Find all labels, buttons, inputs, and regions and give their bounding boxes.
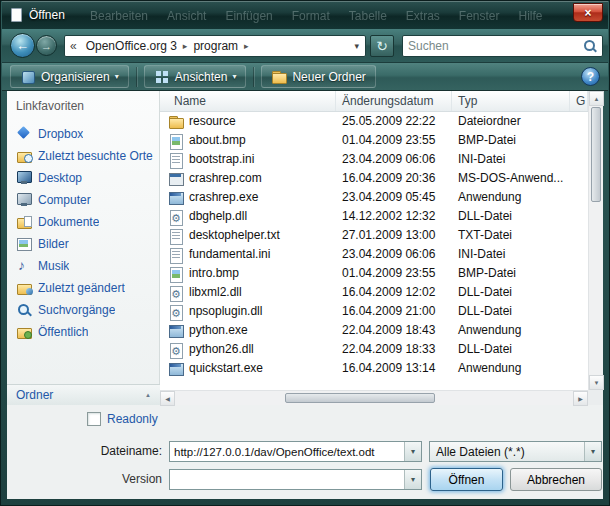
cancel-button[interactable]: Abbrechen	[510, 468, 602, 491]
forward-button[interactable]: →	[36, 35, 57, 56]
readonly-checkbox[interactable]	[87, 412, 101, 426]
readonly-row: Readonly	[87, 412, 158, 426]
breadcrumb[interactable]: « OpenOffice.org 3▸program▸ ▾	[64, 35, 366, 57]
file-row[interactable]: crashrep.exe 23.04.2009 05:45 Anwendung	[160, 188, 588, 207]
sidebar-item-label: Bilder	[38, 237, 69, 251]
breadcrumb-separator-icon[interactable]: ▸	[242, 41, 251, 51]
bmp-file-icon	[168, 133, 184, 149]
sidebar-item[interactable]: Dropbox	[7, 123, 159, 145]
sidebar-item-label: Dokumente	[38, 215, 99, 229]
dll-file-icon	[168, 285, 184, 301]
horizontal-scrollbar[interactable]: ◀ ▶	[160, 390, 588, 405]
vertical-scroll-thumb[interactable]	[591, 107, 601, 202]
filetype-combo[interactable]: Alle Dateien (*.*) ▾	[429, 441, 602, 462]
close-button[interactable]: ×	[573, 3, 603, 22]
column-header-date[interactable]: Änderungsdatum	[336, 91, 452, 111]
address-dropdown-icon[interactable]: ▾	[348, 41, 365, 51]
file-row[interactable]: python.exe 22.04.2009 18:43 Anwendung	[160, 321, 588, 340]
scroll-left-icon[interactable]: ◀	[160, 391, 175, 406]
sidebar-item[interactable]: Zuletzt geändert	[7, 277, 159, 299]
sidebar-items: Dropbox Zuletzt besuchte Orte Desktop Co…	[7, 123, 159, 343]
bmp-file-icon	[168, 266, 184, 282]
sidebar-item[interactable]: Öffentlich	[7, 321, 159, 343]
filename-dropdown-icon[interactable]: ▾	[404, 442, 421, 461]
filetype-dropdown-icon[interactable]: ▾	[584, 442, 601, 461]
vertical-scrollbar[interactable]: ▲ ▼	[588, 91, 603, 390]
readonly-label[interactable]: Readonly	[107, 412, 158, 426]
file-row[interactable]: dbghelp.dll 14.12.2002 12:32 DLL-Datei	[160, 207, 588, 226]
pictures-icon	[16, 236, 33, 252]
breadcrumb-overflow-icon[interactable]: «	[65, 39, 82, 53]
open-button[interactable]: Öffnen	[430, 468, 503, 491]
file-row[interactable]: python26.dll 22.04.2009 18:33 DLL-Datei	[160, 340, 588, 359]
help-icon: ?	[587, 70, 594, 84]
file-row[interactable]: about.bmp 01.04.2009 23:55 BMP-Datei	[160, 131, 588, 150]
file-date: 23.04.2009 05:45	[336, 188, 452, 207]
file-date: 16.04.2009 13:14	[336, 359, 452, 378]
file-row[interactable]: quickstart.exe 16.04.2009 13:14 Anwendun…	[160, 359, 588, 378]
search-icon[interactable]	[583, 39, 597, 53]
file-date: 16.04.2009 20:36	[336, 169, 452, 188]
sidebar-item-label: Zuletzt geändert	[38, 281, 125, 295]
file-row[interactable]: resource 25.05.2009 22:22 Dateiordner	[160, 112, 588, 131]
file-name: resource	[189, 112, 236, 131]
sidebar-item[interactable]: Desktop	[7, 167, 159, 189]
file-name: quickstart.exe	[189, 359, 263, 378]
version-dropdown-icon[interactable]: ▾	[404, 470, 421, 489]
file-size	[570, 340, 588, 359]
file-row[interactable]: npsoplugin.dll 16.04.2009 21:00 DLL-Date…	[160, 302, 588, 321]
column-header-type[interactable]: Typ	[452, 91, 570, 111]
sidebar-item[interactable]: Musik	[7, 255, 159, 277]
breadcrumb-separator-icon[interactable]: ▸	[181, 41, 190, 51]
file-type: INI-Datei	[452, 245, 570, 264]
search-box	[402, 35, 603, 57]
file-size	[570, 283, 588, 302]
scroll-down-icon[interactable]: ▼	[589, 375, 604, 390]
ini-file-icon	[168, 247, 184, 263]
sidebar-item[interactable]: Computer	[7, 189, 159, 211]
filename-input[interactable]	[170, 446, 404, 458]
file-row[interactable]: desktophelper.txt 27.01.2009 13:00 TXT-D…	[160, 226, 588, 245]
version-combo[interactable]: ▾	[169, 469, 422, 490]
breadcrumb-item[interactable]: program	[189, 39, 242, 53]
version-label: Version	[7, 472, 162, 486]
file-row[interactable]: intro.bmp 01.04.2009 23:55 BMP-Datei	[160, 264, 588, 283]
column-header-name[interactable]: Name	[160, 91, 336, 111]
scroll-right-icon[interactable]: ▶	[573, 391, 588, 406]
file-row[interactable]: libxml2.dll 16.04.2009 12:02 DLL-Datei	[160, 283, 588, 302]
breadcrumb-item[interactable]: OpenOffice.org 3	[82, 39, 181, 53]
file-row[interactable]: crashrep.com 16.04.2009 20:36 MS-DOS-Anw…	[160, 169, 588, 188]
folders-band[interactable]: Ordner ▲	[7, 384, 160, 405]
cancel-button-label: Abbrechen	[527, 473, 585, 487]
back-button[interactable]: ←	[10, 33, 35, 58]
sidebar-item-label: Musik	[38, 259, 69, 273]
organize-button[interactable]: Organisieren ▾	[10, 65, 129, 88]
refresh-button[interactable]: ↻	[370, 35, 394, 57]
scroll-up-icon[interactable]: ▲	[589, 91, 604, 106]
file-type: Anwendung	[452, 321, 570, 340]
file-row[interactable]: bootstrap.ini 23.04.2009 06:06 INI-Datei	[160, 150, 588, 169]
dialog-icon	[11, 8, 22, 22]
views-button[interactable]: Ansichten ▾	[144, 65, 247, 88]
sidebar-item[interactable]: Dokumente	[7, 211, 159, 233]
navigation-bar: ← → « OpenOffice.org 3▸program▸ ▾ ↻	[2, 29, 608, 63]
search-input[interactable]	[408, 39, 583, 53]
sidebar-item[interactable]: Zuletzt besuchte Orte	[7, 145, 159, 167]
new-folder-button[interactable]: Neuer Ordner	[261, 65, 375, 88]
horizontal-scroll-thumb[interactable]	[285, 393, 435, 403]
column-header-size[interactable]: G	[570, 91, 588, 111]
file-date: 14.12.2002 12:32	[336, 207, 452, 226]
help-button[interactable]: ?	[581, 67, 600, 86]
file-size	[570, 226, 588, 245]
sidebar-item[interactable]: Suchvorgänge	[7, 299, 159, 321]
views-icon	[154, 69, 170, 85]
toolbar-separator	[253, 67, 254, 87]
file-type: DLL-Datei	[452, 302, 570, 321]
titlebar[interactable]: Öffnen BearbeitenAnsichtEinfügenFormatTa…	[2, 1, 608, 29]
background-menu-item: Ansicht	[167, 9, 206, 23]
forward-icon: →	[41, 40, 52, 52]
file-name: fundamental.ini	[189, 245, 270, 264]
file-type: Dateiordner	[452, 112, 570, 131]
sidebar-item[interactable]: Bilder	[7, 233, 159, 255]
file-row[interactable]: fundamental.ini 23.04.2009 06:06 INI-Dat…	[160, 245, 588, 264]
